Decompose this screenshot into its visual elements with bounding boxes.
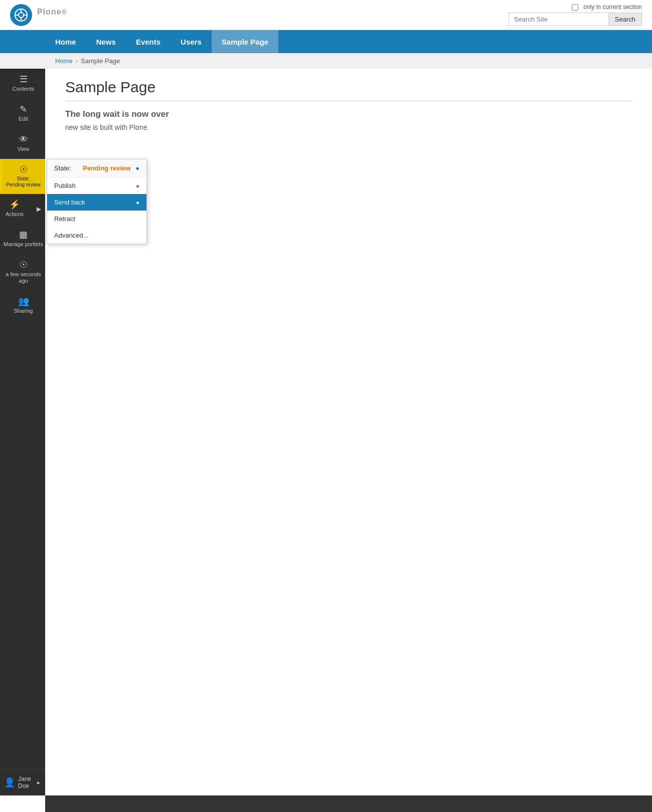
- only-in-section-label: only in current section: [583, 4, 642, 11]
- breadcrumb-separator: ›: [76, 57, 78, 65]
- top-header: Plone® only in current section Search: [0, 0, 652, 30]
- plone-logo-text: Plone®: [37, 7, 67, 23]
- dropdown-label-retract: Retract: [54, 215, 75, 223]
- main-layout: ☰ Contents ✎ Edit 👁 View ☉ State:Pending…: [0, 69, 652, 795]
- logo-area: Plone®: [10, 4, 67, 26]
- breadcrumb-current: Sample Page: [81, 57, 120, 65]
- user-avatar-icon: 👤: [4, 777, 15, 788]
- nav-item-events[interactable]: Events: [126, 30, 171, 53]
- dropdown-label-send-back: Send back: [54, 198, 85, 206]
- actions-arrow-icon: ▶: [37, 206, 41, 213]
- search-row: Search: [509, 13, 642, 26]
- sidebar-user[interactable]: 👤 Jane Doe ►: [0, 769, 45, 795]
- state-dropdown-menu: State: Pending review ● Publish ● Send b…: [47, 159, 147, 244]
- page-body: new site is built with Plone.: [65, 123, 632, 131]
- sidebar-label-sharing: Sharing: [14, 308, 33, 314]
- nav-item-users[interactable]: Users: [171, 30, 212, 53]
- plone-logo-icon: [10, 4, 32, 26]
- sidebar-label-contents: Contents: [12, 86, 34, 92]
- view-icon: 👁: [19, 135, 28, 144]
- sidebar-item-sharing[interactable]: 👥 Sharing: [0, 290, 45, 320]
- actions-icon: ⚡: [9, 200, 20, 209]
- sidebar-item-history[interactable]: ☉ a few seconds ago: [0, 254, 45, 290]
- sidebar-item-state[interactable]: ☉ State:Pending review State: Pending re…: [0, 159, 45, 194]
- sidebar-item-actions[interactable]: ⚡ Actions ▶: [0, 194, 45, 224]
- dropdown-dot-send-back: ●: [136, 199, 139, 206]
- main-nav: Home News Events Users Sample Page: [0, 30, 652, 53]
- search-input[interactable]: [509, 13, 609, 26]
- sidebar-label-manage-portlets: Manage portlets: [4, 241, 43, 248]
- sidebar-label-state: State:Pending review: [6, 176, 40, 188]
- page-subtitle: The long wait is now over: [65, 109, 632, 119]
- dropdown-header: State: Pending review ●: [47, 159, 146, 177]
- contents-icon: ☰: [20, 75, 28, 84]
- dropdown-item-publish[interactable]: Publish ●: [47, 177, 146, 194]
- sidebar-username: Jane Doe: [18, 775, 33, 789]
- sidebar: ☰ Contents ✎ Edit 👁 View ☉ State:Pending…: [0, 69, 45, 795]
- nav-item-news[interactable]: News: [86, 30, 126, 53]
- dropdown-label-advanced: Advanced...: [54, 232, 89, 239]
- page-divider: [65, 101, 632, 101]
- sidebar-item-edit[interactable]: ✎ Edit: [0, 99, 45, 129]
- dropdown-header-dot: ●: [135, 164, 139, 172]
- footer: [45, 795, 652, 812]
- dropdown-label-publish: Publish: [54, 182, 76, 189]
- manage-portlets-icon: ▦: [19, 230, 28, 239]
- sidebar-label-view: View: [18, 146, 30, 152]
- page-title: Sample Page: [65, 79, 632, 96]
- dropdown-item-retract[interactable]: Retract: [47, 211, 146, 227]
- svg-point-1: [19, 13, 24, 18]
- search-area: only in current section Search: [509, 4, 642, 26]
- only-in-section-option[interactable]: only in current section: [572, 4, 642, 11]
- sidebar-label-history: a few seconds ago: [4, 271, 43, 284]
- dropdown-item-send-back[interactable]: Send back ●: [47, 194, 146, 211]
- state-icon: ☉: [20, 165, 28, 174]
- dropdown-item-advanced[interactable]: Advanced...: [47, 227, 146, 244]
- user-chevron-icon: ►: [36, 780, 41, 785]
- breadcrumb-home[interactable]: Home: [55, 57, 73, 65]
- nav-item-sample-page[interactable]: Sample Page: [212, 30, 278, 53]
- sidebar-item-manage-portlets[interactable]: ▦ Manage portlets: [0, 224, 45, 254]
- nav-item-home[interactable]: Home: [45, 30, 86, 53]
- dropdown-dot-publish: ●: [136, 183, 139, 189]
- history-icon: ☉: [20, 260, 28, 269]
- dropdown-state-value: Pending review: [83, 164, 130, 172]
- dropdown-state-prefix: State:: [54, 164, 71, 172]
- sidebar-item-view[interactable]: 👁 View: [0, 129, 45, 159]
- sidebar-label-actions: Actions: [6, 211, 24, 218]
- sharing-icon: 👥: [18, 297, 29, 306]
- search-button[interactable]: Search: [609, 13, 642, 26]
- edit-icon: ✎: [20, 105, 27, 114]
- breadcrumb: Home › Sample Page: [0, 53, 652, 69]
- sidebar-label-edit: Edit: [19, 116, 28, 122]
- sidebar-item-contents[interactable]: ☰ Contents: [0, 69, 45, 99]
- only-in-section-checkbox[interactable]: [572, 4, 578, 11]
